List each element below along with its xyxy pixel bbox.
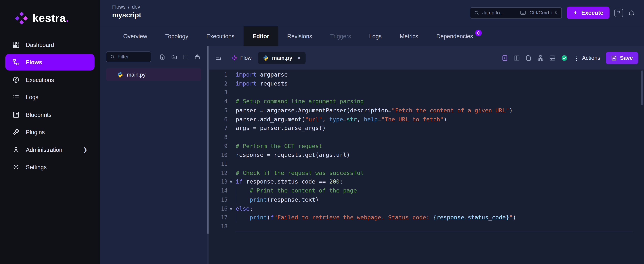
python-icon — [263, 55, 269, 61]
tab-executions[interactable]: Executions — [197, 26, 244, 46]
sidebar-item-executions[interactable]: Executions — [6, 71, 94, 88]
editor-tab-flow[interactable]: Flow — [227, 52, 256, 64]
current-line-underline — [234, 231, 633, 232]
fold-spacer — [228, 124, 234, 133]
chevron-right-icon: ❯ — [83, 147, 88, 153]
sidebar-item-dashboard[interactable]: Dashboard — [6, 36, 94, 53]
tab-overview[interactable]: Overview — [114, 26, 156, 46]
line-number: 7 — [209, 124, 228, 133]
fold-spacer — [228, 133, 234, 142]
sidebar-item-label: Plugins — [26, 129, 45, 135]
code-line[interactable]: 12# Check if the request was successful — [209, 169, 644, 178]
editor-tab-main-py[interactable]: main.py × — [258, 52, 306, 64]
kestra-logo[interactable]: kestra. — [0, 8, 100, 35]
sidebar-item-plugins[interactable]: Plugins — [6, 124, 94, 140]
line-number: 11 — [209, 160, 228, 169]
line-number: 17 — [209, 213, 228, 222]
topbar-right: Jump to... Ctrl/Cmd + K Execute ? — [470, 7, 635, 19]
filter-input[interactable] — [118, 54, 143, 60]
tab-editor[interactable]: Editor — [244, 26, 278, 46]
code-line[interactable]: 8 — [209, 133, 644, 142]
fold-chevron-icon[interactable]: ∨ — [228, 204, 234, 213]
new-file-icon[interactable] — [159, 54, 166, 60]
close-icon[interactable]: × — [297, 54, 301, 61]
app-window: kestra. Dashboard Flows Executions Logs … — [0, 0, 644, 264]
breadcrumb-current[interactable]: dev — [132, 4, 140, 10]
keyboard-icon — [520, 10, 526, 16]
line-number: 3 — [209, 88, 228, 97]
logs-icon — [12, 93, 20, 101]
code-line[interactable]: 16∨else: — [209, 204, 644, 213]
code-line[interactable]: 7args = parser.parse_args() — [209, 124, 644, 133]
code-line[interactable]: 11 — [209, 160, 644, 169]
file-list: main.py — [106, 68, 201, 81]
sidebar-item-label: Flows — [26, 59, 42, 65]
fold-spacer — [228, 79, 234, 88]
code-line[interactable]: 9# Perform the GET request — [209, 142, 644, 151]
executions-icon — [12, 76, 20, 83]
actions-menu[interactable]: ⋮ Actions — [574, 54, 600, 62]
panel-splitter[interactable] — [208, 46, 209, 264]
sidebar-item-blueprints[interactable]: Blueprints — [6, 106, 94, 123]
breadcrumb-separator: / — [128, 4, 130, 10]
line-number: 2 — [209, 79, 228, 88]
code-line[interactable]: 1import argparse — [209, 70, 644, 79]
code-line[interactable]: 4# Setup command line argument parsing — [209, 97, 644, 106]
code-area[interactable]: 1import argparse2import requests34# Setu… — [209, 69, 644, 264]
line-number: 15 — [209, 195, 228, 204]
help-button[interactable]: ? — [614, 9, 623, 17]
notifications-bell-icon[interactable] — [628, 9, 635, 16]
flow-tabs: Overview Topology Executions Editor Revi… — [100, 26, 644, 46]
code-line[interactable]: 10response = requests.get(args.url) — [209, 151, 644, 160]
fold-spacer — [228, 160, 234, 169]
tab-topology[interactable]: Topology — [156, 26, 197, 46]
code-line[interactable]: 3 — [209, 88, 644, 97]
run-doc-icon[interactable] — [502, 55, 508, 61]
code-line[interactable]: 14 # Print the content of the page — [209, 187, 644, 195]
breadcrumb-parent[interactable]: Flows — [112, 4, 126, 10]
tab-metrics[interactable]: Metrics — [391, 26, 427, 46]
sidebar-item-administration[interactable]: Administration ❯ — [6, 141, 94, 158]
sidebar-item-logs[interactable]: Logs — [6, 89, 94, 105]
split-view-icon[interactable] — [513, 55, 520, 61]
jump-to-search[interactable]: Jump to... Ctrl/Cmd + K — [470, 7, 562, 19]
line-number: 18 — [209, 222, 228, 231]
kebab-icon: ⋮ — [574, 54, 580, 62]
sidebar-item-label: Executions — [26, 76, 54, 83]
file-row-main-py[interactable]: main.py — [106, 68, 201, 81]
code-line[interactable]: 17 print(f"Failed to retrieve the webpag… — [209, 213, 644, 222]
editor-vertical-scrollbar[interactable] — [641, 70, 643, 105]
code-line[interactable]: 13∨if response.status_code == 200: — [209, 178, 644, 187]
tab-revisions[interactable]: Revisions — [278, 26, 321, 46]
code-line[interactable]: 2import requests — [209, 79, 644, 88]
code-line[interactable]: 6parser.add_argument("url", type=str, he… — [209, 115, 644, 124]
code-line[interactable]: 18 — [209, 222, 644, 231]
fold-spacer — [228, 222, 234, 231]
sidebar-item-flows[interactable]: Flows — [6, 54, 94, 70]
dependencies-badge: 0 — [475, 30, 482, 36]
execute-button[interactable]: Execute — [567, 7, 610, 19]
save-button[interactable]: Save — [606, 52, 638, 64]
filter-search[interactable] — [106, 52, 151, 62]
jump-placeholder: Jump to... — [482, 10, 504, 16]
file-icon[interactable] — [525, 55, 532, 61]
sidebar: kestra. Dashboard Flows Executions Logs … — [0, 0, 100, 264]
export-icon[interactable] — [194, 54, 200, 60]
sidebar-item-settings[interactable]: Settings — [6, 159, 94, 175]
code-line[interactable]: 15 print(response.text) — [209, 195, 644, 204]
flows-icon — [12, 58, 20, 66]
tab-logs[interactable]: Logs — [360, 26, 391, 46]
fold-chevron-icon[interactable]: ∨ — [228, 178, 234, 187]
add-box-icon[interactable] — [183, 54, 189, 60]
workspace: main.py — [100, 46, 644, 264]
structure-icon[interactable] — [537, 55, 544, 61]
panel-bottom-icon[interactable] — [549, 55, 556, 61]
collapse-sidebar-icon[interactable] — [215, 54, 222, 61]
explorer-toolbar — [159, 54, 201, 60]
tab-dependencies[interactable]: Dependencies 0 — [427, 26, 491, 46]
plugins-icon — [12, 128, 20, 136]
logo-wordmark: kestra. — [32, 12, 69, 25]
code-line[interactable]: 5parser = argparse.ArgumentParser(descri… — [209, 106, 644, 115]
new-folder-icon[interactable] — [171, 54, 178, 60]
line-number: 12 — [209, 169, 228, 178]
